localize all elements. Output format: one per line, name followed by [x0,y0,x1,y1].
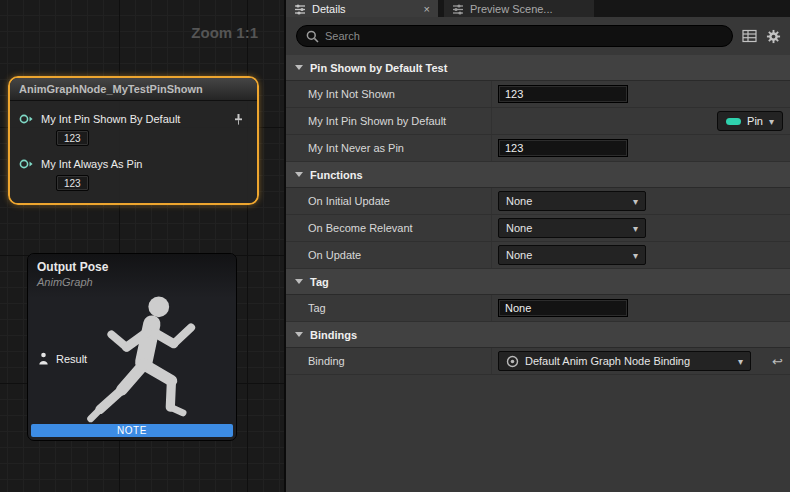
pin-value-field[interactable]: 123 [56,175,89,191]
int-pin-icon[interactable] [19,113,34,125]
property-row: On Update None ▾ [286,242,790,269]
node-title[interactable]: AnimGraphNode_MyTestPinShown [10,78,257,101]
dropdown-value: None [506,249,532,261]
on-update-dropdown[interactable]: None ▾ [498,245,646,265]
pin-row: My Int Pin Shown By Default [10,110,257,128]
display-options-grid-icon[interactable] [742,29,757,43]
binding-dropdown[interactable]: Default Anim Graph Node Binding ▾ [498,351,751,371]
property-row: Tag [286,295,790,322]
pin-capsule-icon [726,118,741,125]
binding-class-icon [506,355,519,368]
section-header-functions[interactable]: Functions [286,162,790,188]
property-label: On Become Relevant [286,222,491,234]
tab-details[interactable]: Details × [286,0,438,17]
property-row: My Int Not Shown [286,81,790,108]
section-header-tag[interactable]: Tag [286,269,790,295]
property-row: My Int Pin Shown by Default Pin ▾ [286,108,790,135]
chevron-down-icon [295,172,303,177]
chevron-down-icon: ▾ [633,223,638,234]
chevron-down-icon: ▾ [738,356,743,367]
node-header: Output Pose AnimGraph [28,254,236,298]
dropdown-value: None [506,222,532,234]
zoom-level-label: Zoom 1:1 [191,24,258,41]
property-row: On Become Relevant None ▾ [286,215,790,242]
chevron-down-icon: ▾ [633,250,638,261]
on-initial-update-dropdown[interactable]: None ▾ [498,191,646,211]
chevron-down-icon [295,332,303,337]
tab-label: Details [312,3,346,15]
pin-label: My Int Always As Pin [41,158,142,170]
search-box[interactable] [296,25,733,47]
chevron-down-icon: ▾ [633,196,638,207]
pin-label: My Int Pin Shown By Default [41,113,180,125]
settings-gear-icon[interactable] [766,29,781,44]
section-header-pin-test[interactable]: Pin Shown by Default Test [286,55,790,81]
section-header-bindings[interactable]: Bindings [286,322,790,348]
property-label: My Int Pin Shown by Default [286,115,491,127]
pin-button-label: Pin [747,115,763,127]
details-panel: Details × Preview Scene... [286,0,790,492]
pin-value-field[interactable]: 123 [56,130,89,146]
property-label: On Update [286,249,491,261]
details-tab-icon [294,3,306,15]
my-int-never-as-pin-field[interactable] [498,139,628,157]
chevron-down-icon [295,279,303,284]
property-label: My Int Not Shown [286,88,491,100]
search-icon [306,30,319,43]
node-title: Output Pose [37,260,236,274]
dropdown-value: None [506,195,532,207]
property-label: On Initial Update [286,195,491,207]
search-input[interactable] [325,30,723,42]
close-icon[interactable]: × [424,3,430,15]
result-pin[interactable]: Result [37,352,87,365]
result-pin-label: Result [56,353,87,365]
property-label: Tag [286,302,491,314]
pin-visibility-dropdown[interactable]: Pin ▾ [717,111,783,131]
section-title: Pin Shown by Default Test [310,62,447,74]
details-toolbar [286,17,790,55]
note-banner[interactable]: NOTE [31,424,233,437]
preview-scene-tab-icon [452,3,464,15]
node-body: My Int Pin Shown By Default 123 My Int A… [10,101,257,203]
tab-preview-scene[interactable]: Preview Scene... [444,0,594,17]
anim-graph-node-selected[interactable]: AnimGraphNode_MyTestPinShown My Int Pin … [8,76,259,205]
chevron-down-icon: ▾ [769,116,774,127]
section-title: Bindings [310,329,357,341]
section-title: Tag [310,276,329,288]
mannequin-figure [74,286,232,436]
tab-bar: Details × Preview Scene... [286,0,790,17]
pin-row: My Int Always As Pin [10,155,257,173]
node-subtitle: AnimGraph [37,276,236,288]
property-row: My Int Never as Pin [286,135,790,162]
property-row: Binding Default Anim Graph Node Binding … [286,348,790,375]
property-label: Binding [286,355,491,367]
int-pin-icon[interactable] [19,158,34,170]
output-pose-node[interactable]: Output Pose AnimGraph Result NOTE [27,253,237,441]
section-title: Functions [310,169,363,181]
tag-field[interactable] [498,299,628,317]
property-label: My Int Never as Pin [286,142,491,154]
pose-result-icon [37,352,50,365]
on-become-relevant-dropdown[interactable]: None ▾ [498,218,646,238]
tab-label: Preview Scene... [470,3,553,15]
anim-graph-canvas[interactable]: Zoom 1:1 AnimGraphNode_MyTestPinShown My… [0,0,284,492]
property-row: On Initial Update None ▾ [286,188,790,215]
dropdown-value: Default Anim Graph Node Binding [525,355,690,367]
my-int-not-shown-field[interactable] [498,85,628,103]
chevron-down-icon [295,65,303,70]
pin-tack-icon[interactable] [232,113,245,126]
reset-to-default-icon[interactable]: ↩ [772,354,783,369]
